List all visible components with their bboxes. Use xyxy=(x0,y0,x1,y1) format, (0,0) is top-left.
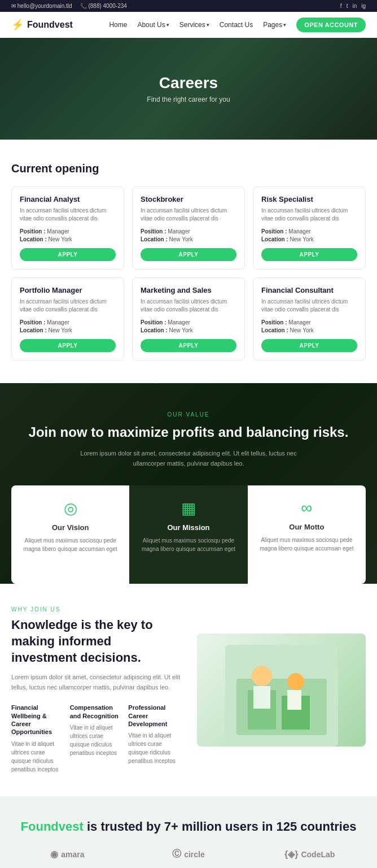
partner-logo-name: circle xyxy=(184,850,205,859)
email-info: ✉ hello@yourdomain.tld xyxy=(11,3,72,9)
trusted-section: Foundvest is trusted by 7+ million users… xyxy=(0,796,377,868)
value-card-title: Our Vision xyxy=(20,523,120,532)
job-card: Financial Consultant In accumsan facilis… xyxy=(253,277,366,361)
value-title: Join now to maximize profits and balanci… xyxy=(11,423,366,441)
job-card: Marketing and Sales In accumsan facilisi… xyxy=(132,277,245,361)
why-left: WHY JOIN US Knowledge is the key to maki… xyxy=(11,606,180,773)
benefit-title: Compensation and Recognition xyxy=(70,704,122,720)
benefit-item: Financial Wellbeing & Career Opportuniti… xyxy=(11,704,63,773)
job-position: Position : Manager xyxy=(261,319,357,326)
instagram-link[interactable]: ig xyxy=(361,3,366,9)
benefit-title: Financial Wellbeing & Career Opportuniti… xyxy=(11,704,63,736)
jobs-section: Current opening Financial Analyst In acc… xyxy=(0,140,377,383)
partner-logo: Ⓒ circle xyxy=(172,848,205,860)
benefit-desc: Vitae in id aliquet ultrices curae quisq… xyxy=(11,740,63,774)
apply-button[interactable]: APPLY xyxy=(261,339,357,352)
top-bar: ✉ hello@yourdomain.tld 📞 (888) 4000-234 … xyxy=(0,0,377,12)
job-location: Location : New York xyxy=(20,327,116,333)
office-illustration xyxy=(225,645,338,747)
why-title: Knowledge is the key to making informed … xyxy=(11,617,180,666)
nav-contact[interactable]: Contact Us xyxy=(220,21,253,29)
hero-section: Careers Find the right career for you xyxy=(0,38,377,140)
value-label: OUR VALUE xyxy=(11,411,366,418)
job-desc: In accumsan facilisi ultrices dictum vit… xyxy=(141,298,236,314)
value-icon: ▦ xyxy=(138,499,238,518)
open-account-button[interactable]: OPEN ACCOUNT xyxy=(296,18,366,32)
chevron-down-icon: ▾ xyxy=(207,22,209,28)
job-position: Position : Manager xyxy=(141,319,236,326)
jobs-section-title: Current opening xyxy=(11,162,366,175)
nav-pages[interactable]: Pages ▾ xyxy=(263,21,286,29)
svg-rect-6 xyxy=(253,686,270,709)
chevron-down-icon: ▾ xyxy=(166,22,169,28)
logos-grid: ◉ amara Ⓒ circle {◈} CodeLab ⊕ EARTH2.0 … xyxy=(11,848,366,868)
apply-button[interactable]: APPLY xyxy=(141,248,236,261)
value-cards: ◎ Our Vision Aliquet mus maximus sociosq… xyxy=(11,485,366,584)
job-position: Position : Manager xyxy=(20,319,116,326)
job-desc: In accumsan facilisi ultrices dictum vit… xyxy=(20,298,116,314)
value-card-title: Our Motto xyxy=(257,523,357,531)
value-card: ∞ Our Motto Aliquet mus maximus sociosqu… xyxy=(248,485,366,584)
benefit-title: Professional Career Development xyxy=(128,704,180,728)
job-title: Financial Consultant xyxy=(261,286,357,294)
hero-title: Careers xyxy=(147,74,230,92)
logo[interactable]: ⚡ Foundvest xyxy=(11,19,73,31)
value-card: ▦ Our Mission Aliquet mus maximus socios… xyxy=(129,485,247,584)
apply-button[interactable]: APPLY xyxy=(141,339,236,352)
trusted-brand: Foundvest xyxy=(21,819,84,834)
chevron-down-icon: ▾ xyxy=(283,22,286,28)
jobs-grid: Financial Analyst In accumsan facilisi u… xyxy=(11,186,366,361)
job-desc: In accumsan facilisi ultrices dictum vit… xyxy=(141,207,236,223)
job-card: Portfolio Manager In accumsan facilisi u… xyxy=(11,277,124,361)
nav-services[interactable]: Services ▾ xyxy=(179,21,209,29)
benefit-desc: Vitae in id aliquet ultrices curae quisq… xyxy=(70,723,122,757)
facebook-link[interactable]: f xyxy=(340,3,342,9)
social-links[interactable]: f t in ig xyxy=(340,3,366,9)
job-desc: In accumsan facilisi ultrices dictum vit… xyxy=(20,207,116,223)
job-card: Risk Specialist In accumsan facilisi ult… xyxy=(253,186,366,270)
nav-home[interactable]: Home xyxy=(109,21,127,29)
benefit-item: Compensation and Recognition Vitae in id… xyxy=(70,704,122,773)
job-position: Position : Manager xyxy=(261,228,357,235)
svg-point-4 xyxy=(252,666,272,686)
why-benefits: Financial Wellbeing & Career Opportuniti… xyxy=(11,704,180,773)
job-title: Portfolio Manager xyxy=(20,286,116,294)
apply-button[interactable]: APPLY xyxy=(20,248,116,261)
phone-info: 📞 (888) 4000-234 xyxy=(80,3,127,9)
job-desc: In accumsan facilisi ultrices dictum vit… xyxy=(261,298,357,314)
apply-button[interactable]: APPLY xyxy=(20,339,116,352)
why-right xyxy=(197,633,366,747)
partner-logo-icon: ◉ xyxy=(50,849,58,860)
logo-icon: ⚡ xyxy=(11,19,24,31)
job-location: Location : New York xyxy=(141,327,236,333)
svg-point-5 xyxy=(287,673,304,690)
job-title: Risk Specialist xyxy=(261,195,357,203)
value-card-desc: Aliquet mus maximus sociosqu pede magna … xyxy=(138,536,238,553)
job-title: Financial Analyst xyxy=(20,195,116,203)
twitter-link[interactable]: t xyxy=(347,3,348,9)
hero-content: Careers Find the right career for you xyxy=(147,74,230,103)
value-desc: Lorem ipsum dolor sit amet, consectetur … xyxy=(70,449,307,468)
value-section: OUR VALUE Join now to maximize profits a… xyxy=(0,383,377,584)
benefit-desc: Vitae in id aliquet ultrices curae quisq… xyxy=(128,731,180,765)
top-bar-left: ✉ hello@yourdomain.tld 📞 (888) 4000-234 xyxy=(11,3,127,9)
navbar: ⚡ Foundvest Home About Us ▾ Services ▾ C… xyxy=(0,12,377,38)
linkedin-link[interactable]: in xyxy=(352,3,357,9)
value-card: ◎ Our Vision Aliquet mus maximus sociosq… xyxy=(11,485,129,584)
job-card: Financial Analyst In accumsan facilisi u… xyxy=(11,186,124,270)
trusted-title: Foundvest is trusted by 7+ million users… xyxy=(11,819,366,835)
value-icon: ∞ xyxy=(257,499,357,517)
job-title: Marketing and Sales xyxy=(141,286,236,294)
partner-logo: ◉ amara xyxy=(50,849,84,860)
apply-button[interactable]: APPLY xyxy=(261,248,357,261)
nav-about[interactable]: About Us ▾ xyxy=(137,21,169,29)
job-location: Location : New York xyxy=(141,236,236,242)
nav-links: Home About Us ▾ Services ▾ Contact Us Pa… xyxy=(109,18,366,32)
job-position: Position : Manager xyxy=(141,228,236,235)
job-position: Position : Manager xyxy=(20,228,116,235)
job-location: Location : New York xyxy=(20,236,116,242)
value-card-desc: Aliquet mus maximus sociosqu pede magna … xyxy=(20,536,120,553)
why-desc: Lorem ipsum dolor sit amet, consectetur … xyxy=(11,672,180,692)
job-location: Location : New York xyxy=(261,327,357,333)
partner-logo-icon: Ⓒ xyxy=(172,848,181,860)
